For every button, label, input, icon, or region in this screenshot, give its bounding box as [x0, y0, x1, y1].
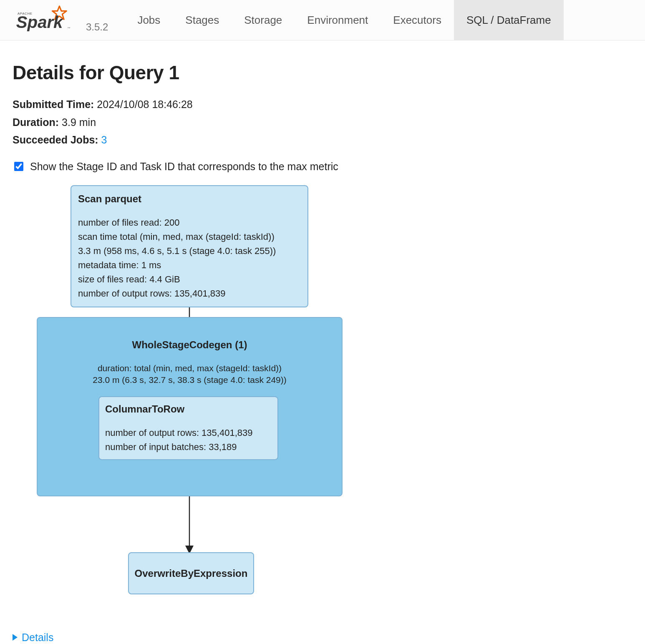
details-label: Details: [22, 631, 53, 644]
nav-tab-executors[interactable]: Executors: [380, 0, 454, 40]
plan-node-ctr-title: ColumnarToRow: [105, 401, 272, 417]
meta-duration: Duration: 3.9 min: [13, 113, 632, 131]
plan-node-wsc-title: WholeStageCodegen (1): [44, 337, 335, 352]
nav-tab-environment[interactable]: Environment: [295, 0, 380, 40]
nav-tab-sql[interactable]: SQL / DataFrame: [454, 0, 564, 40]
brand: APACHE Spark ™ 3.5.2: [12, 5, 108, 35]
plan-node-scan-line: size of files read: 4.4 GiB: [78, 272, 301, 287]
top-navbar: APACHE Spark ™ 3.5.2 Jobs Stages Storage…: [0, 0, 645, 40]
plan-node-scan-line: scan time total (min, med, max (stageId:…: [78, 230, 301, 244]
meta-submitted-value: 2024/10/08 18:46:28: [97, 98, 192, 110]
plan-node-scan-parquet[interactable]: Scan parquet number of files read: 200 s…: [71, 185, 308, 308]
plan-node-ovw-title: OverwriteByExpression: [133, 566, 249, 581]
page-container: Details for Query 1 Submitted Time: 2024…: [0, 40, 645, 644]
plan-node-scan-title: Scan parquet: [78, 191, 301, 206]
spark-logo: APACHE Spark ™: [12, 5, 83, 35]
nav-tab-stages[interactable]: Stages: [173, 0, 232, 40]
plan-node-wsc-metrics: duration: total (min, med, max (stageId:…: [44, 362, 335, 386]
plan-node-scan-line: number of output rows: 135,401,839: [78, 287, 301, 301]
spark-version: 3.5.2: [86, 21, 108, 33]
svg-text:™: ™: [67, 26, 71, 30]
plan-node-ctr-line: number of input batches: 33,189: [105, 440, 272, 454]
nav-tabs: Jobs Stages Storage Environment Executor…: [125, 0, 563, 40]
meta-submitted: Submitted Time: 2024/10/08 18:46:28: [13, 96, 632, 113]
plan-node-scan-line: metadata time: 1 ms: [78, 258, 301, 272]
meta-submitted-label: Submitted Time:: [13, 98, 94, 110]
show-stage-task-checkbox[interactable]: [14, 162, 23, 171]
plan-node-scan-line: 3.3 m (958 ms, 4.6 s, 5.1 s (stage 4.0: …: [78, 244, 301, 258]
query-plan-diagram: Scan parquet number of files read: 200 s…: [24, 185, 400, 627]
plan-node-columnar-to-row[interactable]: ColumnarToRow number of output rows: 135…: [98, 396, 278, 460]
page-title: Details for Query 1: [13, 61, 632, 84]
meta-duration-value: 3.9 min: [62, 116, 96, 128]
meta-succeeded-link[interactable]: 3: [101, 134, 107, 146]
nav-tab-jobs[interactable]: Jobs: [125, 0, 173, 40]
caret-right-icon: [13, 634, 18, 641]
plan-node-overwrite-by-expression[interactable]: OverwriteByExpression: [128, 552, 254, 594]
meta-succeeded-label: Succeeded Jobs:: [13, 134, 98, 146]
plan-node-ctr-line: number of output rows: 135,401,839: [105, 426, 272, 440]
nav-tab-storage[interactable]: Storage: [232, 0, 295, 40]
show-stage-task-label[interactable]: Show the Stage ID and Task ID that corre…: [30, 161, 338, 173]
meta-duration-label: Duration:: [13, 116, 59, 128]
query-meta: Submitted Time: 2024/10/08 18:46:28 Dura…: [13, 96, 632, 149]
details-toggle[interactable]: Details: [13, 631, 632, 644]
show-stage-task-row: Show the Stage ID and Task ID that corre…: [13, 161, 632, 173]
plan-node-scan-line: number of files read: 200: [78, 216, 301, 230]
plan-node-wsc-line: duration: total (min, med, max (stageId:…: [44, 362, 335, 374]
meta-succeeded: Succeeded Jobs: 3: [13, 131, 632, 149]
plan-node-wsc-line: 23.0 m (6.3 s, 32.7 s, 38.3 s (stage 4.0…: [44, 374, 335, 386]
svg-text:Spark: Spark: [16, 13, 64, 32]
